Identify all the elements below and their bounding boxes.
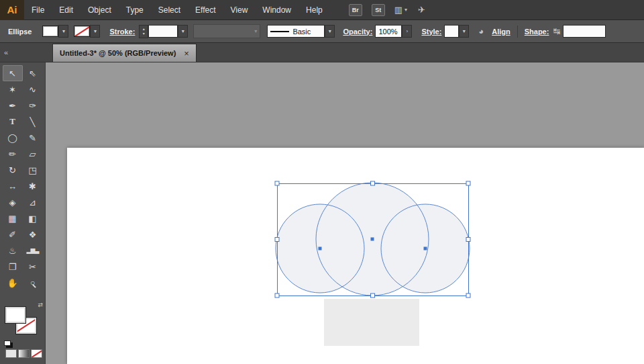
zoom-tool[interactable]: ○ xyxy=(23,275,43,291)
shape-properties-field[interactable] xyxy=(563,25,606,38)
stock-button[interactable]: St xyxy=(372,4,385,16)
stepper-down-icon[interactable]: ▾ xyxy=(143,32,145,36)
shape-link[interactable]: Shape: xyxy=(525,28,549,36)
menu-help[interactable]: Help xyxy=(299,0,330,20)
menu-window[interactable]: Window xyxy=(255,0,299,20)
perspective-grid-tool[interactable]: ⊿ xyxy=(23,194,43,210)
magic-wand-tool[interactable]: ✶ xyxy=(3,81,23,97)
rectangle-shape[interactable] xyxy=(324,299,419,346)
document-artwork[interactable] xyxy=(46,62,644,364)
lasso-icon: ∿ xyxy=(29,85,36,95)
opacity-link[interactable]: Opacity: xyxy=(343,28,372,36)
anchor-point[interactable] xyxy=(424,247,427,251)
gradient-button[interactable] xyxy=(18,349,30,358)
selection-handle[interactable] xyxy=(371,293,375,298)
menu-type[interactable]: Type xyxy=(119,0,151,20)
scale-tool[interactable]: ◳ xyxy=(23,162,43,178)
fill-color-picker[interactable]: ▾ xyxy=(42,25,68,38)
anchor-point[interactable] xyxy=(319,247,322,251)
tab-close-icon[interactable]: × xyxy=(184,48,189,58)
fill-dropdown-arrow-icon[interactable]: ▾ xyxy=(58,25,68,38)
align-link[interactable]: Align xyxy=(492,28,511,36)
selection-handle[interactable] xyxy=(466,181,470,185)
recolor-artwork-icon[interactable]: ◕ xyxy=(478,27,484,36)
shape-builder-icon: ◈ xyxy=(9,197,16,208)
selection-handle[interactable] xyxy=(275,181,279,185)
anchor-point[interactable] xyxy=(371,238,374,241)
stroke-color-picker[interactable]: ▾ xyxy=(74,25,100,38)
stepper-up-icon[interactable]: ▴ xyxy=(143,27,145,32)
document-tab-bar: « Untitled-3* @ 50% (RGB/Preview) × xyxy=(0,43,644,62)
lasso-tool[interactable]: ∿ xyxy=(23,81,43,97)
gpu-performance-icon[interactable]: ✈ xyxy=(418,5,425,15)
stroke-panel-link[interactable]: Stroke: xyxy=(109,28,135,36)
width-tool[interactable]: ↔ xyxy=(3,178,23,194)
free-transform-tool[interactable]: ✱ xyxy=(23,178,43,194)
line-segment-tool[interactable]: ╲ xyxy=(23,113,43,130)
width-profile-arrow-icon: ▾ xyxy=(254,28,257,34)
toolbar-collapse-icon[interactable]: « xyxy=(4,48,17,56)
selection-handle[interactable] xyxy=(275,293,279,298)
stroke-color-swatch[interactable] xyxy=(74,26,90,37)
column-graph-icon: ▂▆▃ xyxy=(27,247,39,254)
workspace-caret-icon[interactable]: ▾ xyxy=(405,7,407,13)
gradient-tool[interactable]: ◧ xyxy=(23,210,43,226)
menu-effect[interactable]: Effect xyxy=(188,0,223,20)
default-fill-stroke-icon[interactable] xyxy=(4,340,11,346)
curvature-tool[interactable]: ✑ xyxy=(23,97,43,113)
hand-tool[interactable]: ✋ xyxy=(3,275,23,291)
stroke-width-stepper[interactable]: ▴ ▾ xyxy=(139,25,148,38)
selection-handle[interactable] xyxy=(466,293,470,298)
direct-selection-tool[interactable]: ⇖ xyxy=(23,65,43,81)
pen-tool[interactable]: ✒ xyxy=(3,97,23,113)
paintbrush-tool[interactable]: ✎ xyxy=(23,130,43,146)
slice-tool[interactable]: ✂ xyxy=(23,259,43,275)
style-dropdown-icon[interactable]: ▾ xyxy=(459,25,469,38)
bridge-button[interactable]: Br xyxy=(349,4,362,16)
brush-definition-field[interactable]: Basic xyxy=(267,25,325,38)
fill-swatch[interactable] xyxy=(5,307,25,323)
width-icon: ↔ xyxy=(8,181,17,191)
opacity-field[interactable]: 100% xyxy=(375,25,402,38)
menu-object[interactable]: Object xyxy=(80,0,119,20)
eraser-tool[interactable]: ▱ xyxy=(23,146,43,162)
selection-handle[interactable] xyxy=(371,181,375,185)
pencil-tool[interactable]: ✏ xyxy=(3,146,23,162)
opacity-arrow-icon[interactable]: › xyxy=(402,25,412,38)
type-tool[interactable]: T xyxy=(3,113,23,130)
swap-fill-stroke-icon[interactable]: ⇄ xyxy=(38,302,43,308)
selection-handle[interactable] xyxy=(275,238,279,242)
shape-builder-tool[interactable]: ◈ xyxy=(3,194,23,210)
mesh-tool[interactable]: ▦ xyxy=(3,210,23,226)
brush-dropdown-icon[interactable]: ▾ xyxy=(325,25,335,38)
width-profile-dropdown: ▾ xyxy=(193,24,260,38)
stroke-width-dropdown-icon[interactable]: ▾ xyxy=(178,25,188,38)
stroke-width-combo[interactable]: ▾ xyxy=(148,25,188,38)
stroke-width-field[interactable] xyxy=(148,25,178,38)
menu-select[interactable]: Select xyxy=(151,0,188,20)
selection-handle[interactable] xyxy=(466,238,470,242)
symbol-sprayer-tool[interactable]: ♨ xyxy=(3,242,23,259)
fill-color-swatch[interactable] xyxy=(42,26,58,37)
selection-tool[interactable]: ↖ xyxy=(3,65,23,81)
document-tab[interactable]: Untitled-3* @ 50% (RGB/Preview) × xyxy=(52,44,197,62)
rotate-tool[interactable]: ↻ xyxy=(3,162,23,178)
artboard-tool[interactable]: ❐ xyxy=(3,259,23,275)
canvas-area[interactable] xyxy=(46,62,644,364)
menu-view[interactable]: View xyxy=(223,0,256,20)
style-link[interactable]: Style: xyxy=(421,28,441,36)
eyedropper-tool[interactable]: ✐ xyxy=(3,226,23,242)
stroke-dropdown-arrow-icon[interactable]: ▾ xyxy=(90,25,100,38)
menu-edit[interactable]: Edit xyxy=(52,0,80,20)
menu-file[interactable]: File xyxy=(24,0,52,20)
ellipse-tool[interactable]: ◯ xyxy=(3,130,23,146)
fill-stroke-indicator: ⇄ xyxy=(5,306,40,342)
none-button[interactable] xyxy=(31,349,42,358)
graphic-style-combo[interactable]: ▾ xyxy=(444,25,469,38)
workspace-switcher-icon[interactable]: ▥ xyxy=(394,5,402,15)
color-button[interactable] xyxy=(5,349,17,358)
blend-tool[interactable]: ❖ xyxy=(23,226,43,242)
style-swatch[interactable] xyxy=(444,25,459,38)
brush-definition-combo[interactable]: Basic ▾ xyxy=(267,25,335,38)
column-graph-tool[interactable]: ▂▆▃ xyxy=(23,242,43,259)
